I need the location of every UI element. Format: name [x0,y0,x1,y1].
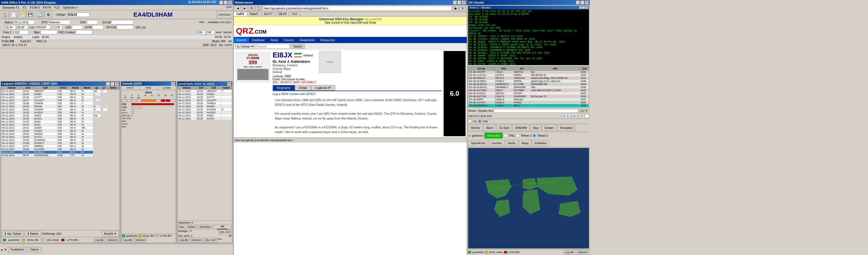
telnet1-radio[interactable] [516,134,520,138]
menu-optionen[interactable]: Optionen » [61,6,80,9]
datum-btn2[interactable]: Datum [28,247,41,253]
simulation-btn[interactable]: Simulation [557,125,575,131]
ssb-radio[interactable] [478,119,482,123]
qcheck-row[interactable]: 04.11.201216:24HB9SVTT [178,90,232,93]
tnc-radio[interactable] [504,134,507,138]
callsign-search-input[interactable] [256,44,289,49]
cluster-row[interactable]: DX de LA1YKA:21070.1W3BUI559 BPSK-311631 [468,74,589,77]
settings-button[interactable]: ⚙ [44,11,52,18]
telnet2-radio[interactable] [532,134,536,138]
menu-startseite[interactable]: Startseite F1 [1,6,21,9]
reload-button[interactable]: ↻ [249,6,255,11]
menu-f2[interactable]: F2 [21,6,28,9]
time1-input[interactable] [5,25,16,30]
log-row[interactable]: 04.11.201216:53DL8MWGCW80 mN [1,139,120,142]
cluster-row[interactable]: DX de VU7AF:14200.06Y5MJ1631 [468,101,589,104]
log-row[interactable]: 04.11.201216:37PA4ACW80 mN [1,123,120,126]
browser-close-btn[interactable]: ✕ [462,1,466,4]
qcheck-row[interactable]: 04.11.201216:32HA3OU [178,111,232,114]
qsl-rcvd-btn2[interactable]: QSL rcvd [204,238,217,242]
stats-tab-dxcc[interactable]: DXCC [121,86,140,90]
cw-radio[interactable] [468,119,471,123]
excall-input[interactable] [111,20,133,25]
stats-tab-wae[interactable]: WAE [140,86,158,90]
dx-min-btn[interactable]: _ [576,1,580,4]
log-row[interactable]: 04.11.201216:31PA2DINCW80 mNNE [1,108,120,111]
mode-dropdown[interactable] [55,25,62,30]
cluster-row[interactable]: DX de DO7TW:21267.0GW/F6IRSthx for qso 7… [468,95,589,98]
search-go-button[interactable]: Search [291,44,305,49]
forward-button[interactable]: ► [242,6,248,11]
log-row[interactable]: 04.11.201216:59DL3RADCW80 mN [1,151,120,154]
log-row[interactable]: 04.11.201216:28EI4HMAM80 mNN [1,105,120,108]
senden-btn[interactable]: Senden [542,125,556,131]
save-button[interactable]: 💾 [26,11,34,18]
home-nav-button[interactable]: 🏠 [256,6,262,11]
optionen-btn[interactable]: Optionen [106,238,119,242]
callsign-input[interactable] [67,12,90,17]
cluster-row[interactable]: DX de DL3EGL:21030.23P8PSgood copy in DL… [468,80,589,83]
log-row[interactable]: 04.11.201216:53DJ1TUCW80 mN [1,136,120,139]
qcheck-alle-btn[interactable]: alle anmelden [213,225,231,229]
open-button[interactable]: 📂 [18,11,26,18]
bgm-input[interactable] [41,30,57,34]
spot-archiv-btn[interactable]: Spot-Archiv [468,140,488,146]
menu-f3[interactable]: F3 AF3 [28,6,41,9]
stop-button[interactable]: ✕ [460,6,466,11]
time2-input[interactable] [17,25,28,30]
log-row[interactable]: 04.11.201216:53DK9OKCW80 mN [1,133,120,136]
annww-btn[interactable]: ANN/WW [513,125,530,131]
search-type-select[interactable]: by Callsign [235,44,255,49]
opca-input[interactable] [117,25,133,30]
suche-btn[interactable]: Suche [505,140,518,146]
go-button[interactable]: ▶ [453,6,459,11]
log-max-btn[interactable]: □ [111,82,114,86]
log-min-btn[interactable]: _ [106,82,110,86]
qcheck-close-btn[interactable]: ✕ [227,82,231,86]
qth-input[interactable] [48,20,70,25]
cluster-row[interactable]: DX de DL5EAG:24048880.0DB0GW/B59s1630 [468,86,589,89]
setup-btn[interactable]: Setup [519,140,531,146]
tab-f14[interactable]: F14 [289,12,300,16]
funktionen-btn[interactable]: Funktionen [8,247,27,253]
hsc-input[interactable] [76,30,92,34]
qcheck-row[interactable]: 04.11.201216:27UA1AFT [178,99,232,102]
cluster-row[interactable]: DX de DL5EAG:24048878.0EA7GBR80/0GW/B 59… [468,83,589,86]
qcheck-aendern-btn[interactable]: ändern [187,225,197,229]
browser-max-btn[interactable]: □ [457,1,461,4]
log-row[interactable]: 04.11.201216:24DJ8DJCW80 mNL [1,93,120,96]
log-row[interactable]: 04.11.201216:32F8IEZCW80 mNPat [1,114,120,117]
refresh-button[interactable]: 🔄 [36,11,44,18]
ansicht-btn[interactable]: Ansicht ▼ [101,231,119,236]
log-row[interactable]: 04.11.201216:56DL6NCYCW80 mN [1,142,120,145]
menu-f8[interactable]: F8 F9 [41,6,53,9]
log-row[interactable]: 01.02.201308:47OE3/DK5OKSSB???N [1,154,120,157]
qcheck-row[interactable]: 04.11.201216:26DJ7YT [178,96,232,99]
freq-input[interactable] [12,30,29,34]
log-row[interactable]: 04.11.201216:57HB9BULCW80 mN [1,145,120,148]
maximize-button[interactable]: □ [224,1,227,4]
djspot-btn[interactable]: DJ-Spot [497,125,512,131]
spr-datum-btn[interactable]: ⬆ Spr. Datum [2,231,24,236]
telnet-close-btn[interactable]: ✕ [585,6,588,9]
tab-callfls[interactable]: CalF5 [234,12,247,16]
tab-logbook[interactable]: Logbook #? [311,85,336,90]
dok-input[interactable] [87,20,98,25]
log-row[interactable]: 04.11.201216:33DK8ACW80 mN [1,120,120,123]
alarm-btn[interactable]: Alarm [484,125,496,131]
qcheck-row[interactable]: 04.11.201216:32F8IEZ [178,114,232,117]
log-row[interactable]: 04.11.201216:33DL5CLCW80 mN [1,117,120,120]
monitor-btn[interactable]: Monitor [468,125,483,131]
cluster-row[interactable]: DX de HA6VH:18076.0VE7MY1631 [468,92,589,95]
rst-r-input[interactable] [206,30,215,34]
nav-swapsheet[interactable]: Swapsheet [297,37,317,42]
log-row[interactable]: 04.11.201216:58DL2ARNCW80 mN [1,148,120,151]
stats-optionen[interactable]: Optionen [134,238,147,242]
log-row[interactable]: 04.11.201216:24HB9SVTCW80 mNNET [1,90,120,93]
qcheck-log-alle[interactable]: Log alle [178,238,190,242]
loeschen-btn[interactable]: Löschen [489,140,504,146]
nav-news[interactable]: News [268,37,281,42]
cluster-row[interactable]: DX de IZ0VRT:7151.5OE5TLKtnx1631 [468,71,589,74]
minimize-button[interactable]: _ [219,1,223,4]
verbunden-btn[interactable]: Verbunden [484,133,503,139]
